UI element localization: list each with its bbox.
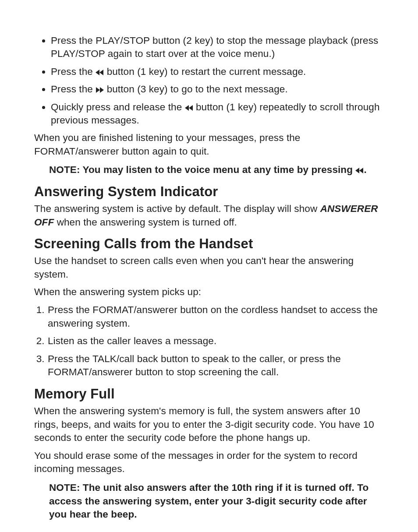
text-part: Press the [51, 66, 96, 77]
note-text: NOTE: The unit also answers after the 10… [34, 481, 384, 521]
rewind-icon [96, 66, 104, 73]
note-text: NOTE: You may listen to the voice menu a… [34, 163, 384, 177]
paragraph: Use the handset to screen calls even whe… [34, 254, 384, 281]
ordered-list: Press the FORMAT/answerer button on the … [34, 303, 384, 379]
text-part: Quickly press and release the [51, 102, 185, 113]
list-item: Press the button (3 key) to go to the ne… [51, 83, 384, 96]
paragraph: When the answering system picks up: [34, 285, 384, 299]
list-item: Press the PLAY/STOP button (2 key) to st… [51, 34, 384, 61]
text-part: Press the [51, 84, 96, 95]
section-heading: Screening Calls from the Handset [34, 236, 384, 252]
list-item: Press the TALK/call back button to speak… [47, 352, 384, 379]
section-heading: Answering System Indicator [34, 184, 384, 200]
paragraph: When the answering system's memory is fu… [34, 405, 384, 445]
text-part: when the answering system is turned off. [54, 217, 237, 228]
list-item: Listen as the caller leaves a message. [47, 335, 384, 348]
list-item: Press the button (1 key) to restart the … [51, 65, 384, 78]
text-part: button (3 key) to go to the next message… [104, 84, 287, 95]
list-item: Press the FORMAT/answerer button on the … [47, 303, 384, 330]
fast-forward-icon [96, 84, 104, 90]
text-part: . [364, 164, 366, 175]
text-part: button (1 key) to restart the current me… [104, 66, 306, 77]
page-content: Press the PLAY/STOP button (2 key) to st… [0, 0, 418, 532]
rewind-icon [185, 102, 193, 108]
bullet-list: Press the PLAY/STOP button (2 key) to st… [34, 34, 384, 127]
paragraph: When you are finished listening to your … [34, 131, 384, 158]
list-item: Quickly press and release the button (1 … [51, 101, 384, 127]
text-part: NOTE: You may listen to the voice menu a… [49, 164, 355, 175]
paragraph: The answering system is active by defaul… [34, 202, 384, 229]
text-part: The answering system is active by defaul… [34, 203, 320, 214]
section-heading: Memory Full [34, 386, 384, 402]
rewind-icon [355, 164, 364, 171]
paragraph: You should erase some of the messages in… [34, 449, 384, 476]
